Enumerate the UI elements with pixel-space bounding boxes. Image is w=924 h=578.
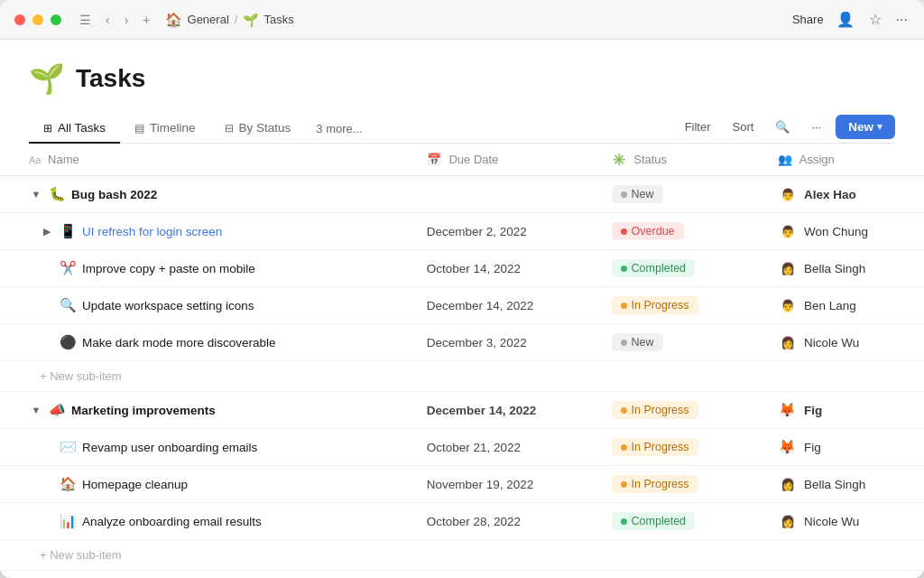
child-emoji: 🔍 <box>60 297 77 313</box>
table-row: 📊 Analyze onboarding email results Octob… <box>0 503 924 540</box>
new-subitem-button[interactable]: + New sub-item <box>40 548 895 562</box>
table-header-row: Aa Name 📅 Due Date ✳️ Status 👥 <box>0 144 924 176</box>
status-dot <box>621 407 627 414</box>
new-button-label: New <box>848 120 873 134</box>
child-assign: 👩 Nicole Wu <box>767 324 924 361</box>
page-title: Tasks <box>76 64 145 93</box>
more-actions-button[interactable]: ··· <box>804 117 828 137</box>
group-emoji: 🐛 <box>49 186 66 202</box>
child-name: Homepage cleanup <box>82 478 188 491</box>
tab-by-status[interactable]: ⊟ By Status <box>210 114 306 144</box>
maximize-button[interactable] <box>51 14 61 25</box>
expand-button[interactable]: ▶ <box>40 226 54 238</box>
status-dot <box>621 340 627 346</box>
expand-button[interactable]: ▼ <box>29 189 43 200</box>
assignee-name: Won Chung <box>804 225 868 238</box>
child-emoji: 📊 <box>60 513 77 529</box>
forward-button[interactable]: › <box>121 11 133 29</box>
child-due-date: October 21, 2022 <box>416 429 601 466</box>
new-subitem-row: + New sub-item <box>0 361 924 392</box>
child-name-cell: 📊 Analyze onboarding email results <box>0 503 416 540</box>
table-row: 🏠 Homepage cleanup November 19, 2022 In … <box>0 466 924 503</box>
expand-button[interactable]: ▼ <box>29 405 43 415</box>
app-window: ☰ ‹ › + 🏠 General / 🌱 Tasks Share 👤 ☆ ··… <box>0 0 924 578</box>
group-due-date <box>416 176 601 213</box>
child-name[interactable]: UI refresh for login screen <box>82 225 222 238</box>
tab-all-tasks[interactable]: ⊞ All Tasks <box>29 114 120 144</box>
assign-cell: 👩 Nicole Wu <box>778 511 895 531</box>
breadcrumb-tasks[interactable]: Tasks <box>263 13 293 26</box>
tabs-actions: Filter Sort 🔍 ··· New ▾ <box>678 115 895 143</box>
user-icon[interactable]: 👤 <box>835 9 856 30</box>
group-name: Marketing improvements <box>71 404 216 417</box>
status-badge: In Progress <box>612 438 698 456</box>
child-name: Make dark mode more discoverable <box>82 336 276 350</box>
group-name-cell: ▶ 📈 Q3 metrics review <box>0 571 416 579</box>
nav-controls: ☰ ‹ › + <box>76 11 154 29</box>
child-assign: 👩 Bella Singh <box>767 250 924 287</box>
assignee-name: Alex Hao <box>804 188 856 201</box>
assign-cell: 👩 Nicole Wu <box>778 332 895 352</box>
group-name: Bug bash 2022 <box>71 188 157 201</box>
search-button[interactable]: 🔍 <box>768 117 797 137</box>
avatar: 👩 <box>778 511 798 531</box>
child-emoji: 🏠 <box>60 476 77 492</box>
group-status: New <box>601 176 767 213</box>
status-badge: New <box>612 185 663 203</box>
group-due-date: December 14, 2022 <box>416 392 601 429</box>
table-row: ✉️ Revamp user onboarding emails October… <box>0 429 924 466</box>
tab-timeline[interactable]: ▤ Timeline <box>120 114 210 144</box>
main-content: 🌱 Tasks ⊞ All Tasks ▤ Timeline ⊟ By Stat… <box>0 40 924 578</box>
tabs-more[interactable]: 3 more... <box>305 115 373 143</box>
table-row: ✂️ Improve copy + paste on mobile Octobe… <box>0 250 924 287</box>
avatar: 🦊 <box>778 400 798 420</box>
group-assign: 👨 Alex Hao <box>767 176 924 213</box>
status-dot <box>621 518 627 525</box>
status-badge: In Progress <box>612 475 698 493</box>
more-options-icon[interactable]: ··· <box>894 10 910 30</box>
table-row: ▶ 📈 Q3 metrics review November 25, 2022 … <box>0 571 924 579</box>
child-name-cell: 🔍 Update workspace setting icons <box>0 287 416 324</box>
col-header-assign: 👥 Assign <box>767 144 924 176</box>
hamburger-icon[interactable]: ☰ <box>76 11 95 29</box>
share-button[interactable]: Share <box>792 13 824 26</box>
avatar: 👨 <box>778 184 798 204</box>
titlebar-actions: Share 👤 ☆ ··· <box>792 9 910 30</box>
tab-by-status-label: By Status <box>239 121 291 135</box>
child-status: New <box>601 324 767 361</box>
new-subitem-button[interactable]: + New sub-item <box>40 369 895 383</box>
assignee-name: Nicole Wu <box>804 336 859 350</box>
assignee-name: Fig <box>804 404 822 417</box>
minimize-button[interactable] <box>32 14 43 25</box>
child-assign: 👨 Ben Lang <box>767 287 924 324</box>
status-dot <box>621 266 627 272</box>
child-name-cell: ⚫ Make dark mode more discoverable <box>0 324 416 361</box>
child-due-date: December 3, 2022 <box>416 324 601 361</box>
table-row: ⚫ Make dark mode more discoverable Decem… <box>0 324 924 361</box>
assign-cell: 👨 Alex Hao <box>778 184 895 204</box>
back-button[interactable]: ‹ <box>102 11 114 29</box>
status-dot <box>621 481 627 488</box>
add-page-button[interactable]: + <box>139 11 153 29</box>
timeline-icon: ▤ <box>134 122 144 135</box>
child-emoji: ✉️ <box>60 439 77 455</box>
close-button[interactable] <box>14 14 25 25</box>
assign-cell: 🦊 Fig <box>778 400 895 420</box>
group-assign: 🦊 Fig <box>767 392 924 429</box>
status-badge: Completed <box>612 259 695 277</box>
assign-cell: 👨 Won Chung <box>778 221 895 241</box>
star-icon[interactable]: ☆ <box>867 9 883 30</box>
filter-button[interactable]: Filter <box>678 117 718 137</box>
status-dot <box>621 191 627 198</box>
group-emoji: 📣 <box>49 402 66 418</box>
avatar: 🦊 <box>778 437 798 457</box>
tasks-table: Aa Name 📅 Due Date ✳️ Status 👥 <box>0 144 924 578</box>
col-header-status: ✳️ Status <box>601 144 767 176</box>
tab-timeline-label: Timeline <box>150 121 196 135</box>
tabs-bar: ⊞ All Tasks ▤ Timeline ⊟ By Status 3 mor… <box>29 114 895 144</box>
breadcrumb-general[interactable]: General <box>188 13 229 26</box>
child-due-date: October 28, 2022 <box>416 503 601 540</box>
breadcrumb: 🏠 General / 🌱 Tasks <box>165 12 792 28</box>
sort-button[interactable]: Sort <box>725 117 762 137</box>
new-button[interactable]: New ▾ <box>836 115 895 139</box>
